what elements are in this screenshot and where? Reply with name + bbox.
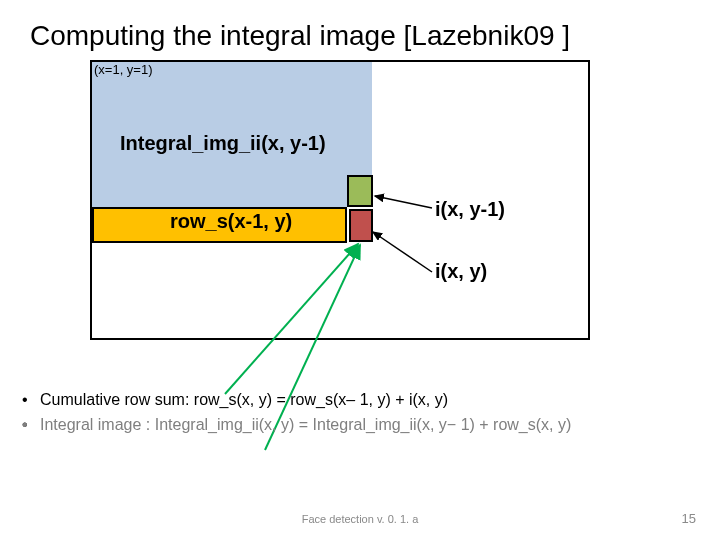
origin-label: (x=1, y=1) <box>94 62 153 77</box>
bullet-3: Integral image : Integral_img_ii(x, y) =… <box>22 413 571 438</box>
bullet-list: Cumulative row sum: row_s(x, y) = row_s(… <box>22 388 571 438</box>
diagram-frame <box>90 60 590 340</box>
slide-title: Computing the integral image [Lazebnik09… <box>30 20 570 52</box>
row-sum-label: row_s(x-1, y) <box>170 210 292 233</box>
footer-center: Face detection v. 0. 1. a <box>302 513 419 525</box>
i-x-y-minus-1-label: i(x, y-1) <box>435 198 505 221</box>
integral-label: Integral_img_ii(x, y-1) <box>120 132 326 155</box>
bullet-1: Cumulative row sum: row_s(x, y) = row_s(… <box>22 388 571 413</box>
slide-number: 15 <box>682 511 696 526</box>
pixel-x-y-minus-1 <box>347 175 373 207</box>
i-x-y-label: i(x, y) <box>435 260 487 283</box>
pixel-x-y <box>349 209 373 242</box>
